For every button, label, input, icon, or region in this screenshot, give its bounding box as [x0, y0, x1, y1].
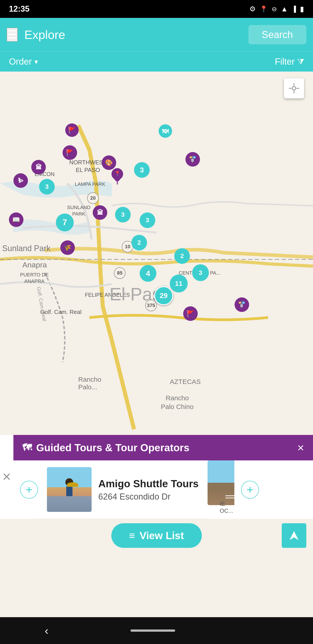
cluster-marker-2-right[interactable]: 2 — [174, 248, 190, 264]
status-icons: ⚙ 📍 ⊖ ▲ ▐ ▮ — [249, 5, 304, 13]
northwest-elpaso-label: NORTHWESTEL PASO — [69, 159, 107, 174]
amigo-shuttle-card[interactable]: Amigo Shuttle Tours 6264 Escondido Dr — [38, 460, 208, 519]
purple-marker-hiker[interactable]: ⛷ — [13, 173, 28, 188]
purple-marker-signpost-top[interactable]: 🚏 — [185, 152, 200, 166]
view-list-label: View List — [140, 530, 184, 542]
cluster-marker-29[interactable]: 29 — [154, 286, 173, 305]
next-card-add-button[interactable]: + — [241, 481, 259, 499]
partial-text: IEOC... — [220, 500, 233, 514]
filter-button[interactable]: Filter ⧩ — [275, 56, 304, 67]
filter-bar: Order ▾ Filter ⧩ — [0, 52, 313, 72]
cluster-marker-11[interactable]: 11 — [170, 274, 188, 292]
location-button[interactable] — [284, 78, 304, 98]
card-name-amigo: Amigo Shuttle Tours — [98, 478, 199, 490]
order-label: Order — [9, 56, 32, 67]
view-list-button[interactable]: ≡ View List — [111, 523, 202, 548]
cluster-marker-3-right[interactable]: 3 — [140, 212, 155, 228]
cluster-marker-7[interactable]: 7 — [56, 214, 74, 232]
sunland-park-city-label: Sunland Park — [2, 244, 50, 253]
app-title: Explore — [24, 28, 242, 42]
nav-bar: ‹ — [0, 617, 313, 644]
purple-marker-museum[interactable]: 🏛 — [93, 205, 107, 220]
location-icon: 📍 — [260, 5, 268, 13]
scenic-card-image — [208, 460, 234, 505]
close-button[interactable]: × — [297, 442, 304, 454]
cluster-marker-3-top[interactable]: 3 — [134, 162, 150, 178]
search-button[interactable]: Search — [249, 25, 306, 44]
rancho-palomas-label: RanchoPalo... — [78, 376, 101, 391]
purple-marker-top1[interactable]: 🚩 — [65, 124, 79, 137]
cluster-marker-3-emcon[interactable]: 3 — [39, 179, 55, 194]
purple-marker-wheat[interactable]: 🌾 — [60, 240, 75, 255]
svg-point-3 — [292, 86, 296, 90]
sunland-park-label: SUNLANDPARK — [67, 204, 90, 217]
filter-funnel-icon: ⧩ — [297, 57, 304, 66]
left-add-btn-area: + — [13, 460, 38, 519]
cluster-marker-3-sunland[interactable]: 3 — [115, 207, 131, 222]
highway-85-shield: 85 — [114, 267, 126, 279]
bottom-sheet-inner: 🗺 Guided Tours & Tour Operators × + — [13, 435, 313, 519]
signal-icon: ▐ — [292, 6, 296, 12]
donotdisturb-icon: ⊖ — [272, 5, 277, 13]
bottom-sheet-content: + — [13, 460, 313, 519]
anapra-label: Anapra — [22, 260, 47, 269]
cluster-marker-3-right2[interactable]: 3 — [192, 264, 209, 281]
status-bar: 12:35 ⚙ 📍 ⊖ ▲ ▐ ▮ — [0, 0, 313, 18]
aztecas-label: AZTECAS — [170, 378, 201, 386]
right-partial-card: IEOC... — [208, 460, 234, 519]
wifi-icon: ▲ — [281, 5, 288, 13]
card-info-amigo: Amigo Shuttle Tours 6264 Escondido Dr — [98, 478, 199, 502]
home-indicator[interactable] — [130, 630, 175, 632]
back-button[interactable]: ‹ — [45, 624, 48, 637]
left-close-button[interactable]: ✕ — [2, 470, 11, 484]
menu-button[interactable]: ☰ — [7, 28, 18, 42]
svg-text:📍: 📍 — [114, 170, 121, 177]
purple-marker-flag1[interactable]: 🚩 — [62, 145, 77, 160]
lampa-park-label: LAMPA PARK — [75, 181, 105, 188]
bottom-sheet-title: Guided Tours & Tour Operators — [36, 442, 189, 454]
highway-375-shield: 375 — [145, 300, 157, 311]
purple-marker-flag2[interactable]: 🚩 — [183, 306, 198, 321]
card-address-amigo: 6264 Escondido Dr — [98, 492, 199, 502]
bottom-sheet-title-container: 🗺 Guided Tours & Tour Operators — [22, 442, 189, 454]
card-image-amigo — [47, 467, 92, 512]
tour-icon: 🗺 — [22, 442, 32, 453]
settings-icon: ⚙ — [249, 5, 256, 13]
app-bar: ☰ Explore Search — [0, 18, 313, 52]
list-icon: ≡ — [129, 530, 135, 542]
cluster-marker-4[interactable]: 4 — [140, 265, 156, 282]
highway-20-shield: 20 — [87, 192, 99, 204]
purple-marker-book[interactable]: 📖 — [9, 212, 23, 227]
left-close-area: ✕ — [0, 435, 13, 519]
purple-marker-signpost-bottom[interactable]: 🚏 — [235, 298, 249, 312]
order-button[interactable]: Order ▾ — [9, 56, 38, 67]
right-add-btn-area: + — [234, 460, 266, 519]
map-area[interactable]: NORTHWESTEL PASO EMCON LAMPA PARK SUNLAN… — [0, 72, 313, 644]
purple-marker-arch[interactable]: 🏛 — [31, 160, 46, 174]
filter-label: Filter — [275, 56, 295, 67]
rancho-label: RanchoPalo Chino — [161, 394, 194, 411]
bottom-sheet: ✕ 🗺 Guided Tours & Tour Operators × + — [0, 435, 313, 519]
teal-marker-top[interactable]: 🍽 — [159, 124, 172, 138]
svg-rect-0 — [0, 72, 313, 644]
puerto-anapra-label: PUERTO DEANAPRA — [20, 272, 49, 284]
navigate-button[interactable] — [282, 523, 306, 548]
prev-card-add-button[interactable]: + — [20, 481, 38, 499]
battery-icon: ▮ — [300, 5, 304, 13]
chevron-down-icon: ▾ — [34, 58, 38, 66]
purple-location-pin[interactable]: 📍 — [111, 168, 124, 185]
gulf-cam-real-label: Golf. Cam. Real — [35, 286, 47, 322]
gulf-cam-label: Golf. Cam. Real — [40, 308, 81, 316]
bottom-sheet-header: 🗺 Guided Tours & Tour Operators × — [13, 435, 313, 460]
cluster-marker-2-hw10[interactable]: 2 — [131, 235, 147, 250]
status-time: 12:35 — [9, 4, 29, 14]
